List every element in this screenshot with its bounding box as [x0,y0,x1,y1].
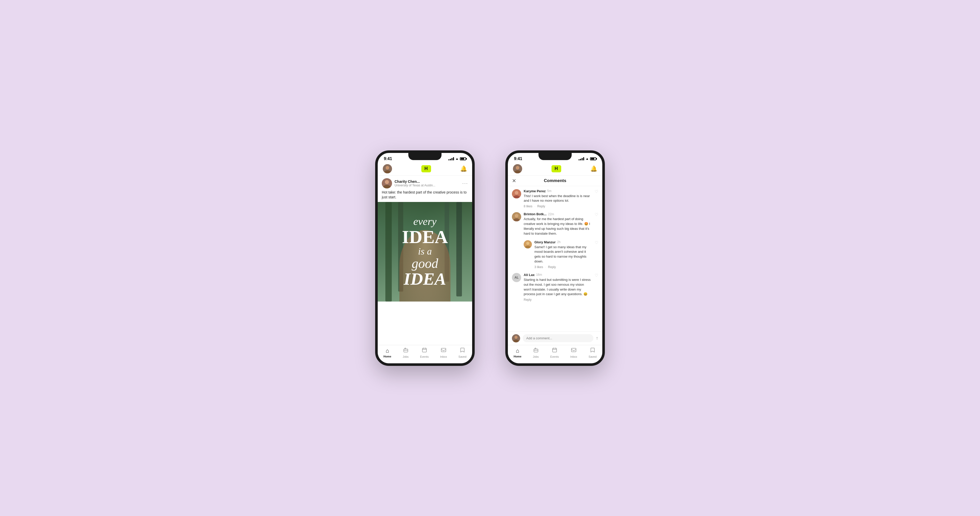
nav-events-1[interactable]: Events [420,347,429,358]
svg-rect-34 [571,348,576,352]
close-button[interactable]: ✕ [512,178,516,184]
comment-actions-karyme: 8 likes · Reply [524,204,592,208]
bottom-nav-1: ⌂ Home Jobs Events [378,345,472,363]
nav-saved-1[interactable]: Saved [458,347,466,358]
like-button-karyme[interactable]: ♡ [595,189,598,194]
wifi-icon: ▲ [455,157,458,161]
bottom-nav-2: ⌂ Home Jobs Events [508,345,602,363]
post-image-overlay: every IDEA is a good IDEA [378,202,472,301]
comment-text-brinton: Actually, for me the hardest part of doi… [524,217,592,236]
avatar-ali: AL [512,273,521,282]
svg-rect-28 [534,349,538,352]
comment-input-bar: ↑ [508,331,602,345]
saved-icon-2 [590,347,595,354]
nav-home-2[interactable]: ⌂ Home [514,347,522,358]
comment-body-glory: Glory Manzur 2h Same!! I get so many ide… [535,240,592,269]
user-avatar-input [512,334,520,342]
like-button-brinton[interactable]: ♡ [595,212,598,217]
overlay-line5: IDEA [404,270,446,287]
status-time-1: 9:41 [384,156,392,161]
svg-point-4 [385,180,389,184]
nav-jobs-2[interactable]: Jobs [533,347,539,358]
nav-events-label-1: Events [420,355,429,358]
comment-reply-glory[interactable]: Reply [548,265,556,269]
phone-1: 9:41 ▲ H 🔔 [375,150,475,366]
comment-actions-glory: 3 likes · Reply [535,265,592,269]
post-card: Charity Chen... University of Texas at A… [378,176,472,202]
comments-header: ✕ Comments [508,176,602,186]
signal-icon-2 [579,157,584,160]
author-avatar [382,178,392,188]
svg-rect-12 [441,348,446,352]
phone-2: 9:41 ▲ H 🔔 ✕ Comments [505,150,605,366]
like-button-ali[interactable]: ♡ [595,273,598,278]
logo-badge-1: H [422,165,431,172]
comment-item-ali: AL Ali Lax 16m Starting is hard but subm… [512,273,598,301]
bell-icon-1[interactable]: 🔔 [460,166,467,172]
jobs-icon-2 [533,347,539,354]
nav-inbox-1[interactable]: Inbox [440,347,447,358]
comment-meta-glory: Glory Manzur 2h [535,240,592,244]
bell-icon-2[interactable]: 🔔 [590,166,597,172]
commenter-name-karyme: Karyme Perez [524,189,546,193]
nav-inbox-label-2: Inbox [570,355,577,358]
comment-time-ali: 16m [536,273,542,277]
inbox-icon-1 [441,347,446,354]
nav-home-label-1: Home [383,355,391,358]
comment-reply-ali[interactable]: Reply [524,298,531,301]
author-info: Charity Chen... University of Texas at A… [395,180,435,187]
comment-meta-ali: Ali Lax 16m [524,273,592,277]
post-header: Charity Chen... University of Texas at A… [378,176,472,190]
signal-icon [449,157,454,160]
comments-list: Karyme Perez 5m This! I work best when t… [508,186,602,331]
nav-home-1[interactable]: ⌂ Home [383,347,391,358]
nav-home-label-2: Home [514,355,522,358]
comment-time-karyme: 5m [547,189,552,193]
notch [408,153,442,160]
nav-jobs-1[interactable]: Jobs [403,347,409,358]
comment-text-karyme: This! I work best when the deadline is i… [524,194,592,204]
avatar-brinton [512,212,521,221]
comments-title: Comments [544,178,566,183]
home-icon: ⌂ [386,347,389,354]
nav-saved-label-1: Saved [458,355,466,358]
post-image: every IDEA is a good IDEA [378,202,472,301]
nav-jobs-label-1: Jobs [403,355,409,358]
events-icon-1 [422,347,427,354]
nav-inbox-label-1: Inbox [440,355,447,358]
svg-point-14 [516,166,519,170]
comment-item-karyme: Karyme Perez 5m This! I work best when t… [512,189,598,208]
wifi-icon-2: ▲ [585,157,589,161]
nav-inbox-2[interactable]: Inbox [570,347,577,358]
comment-text-ali: Starting is hard but submitting is were … [524,277,592,297]
app-header-1: H 🔔 [378,162,472,176]
avatar-2[interactable] [513,164,522,174]
battery-icon-2 [590,157,596,160]
author-school: University of Texas at Austin... [395,183,435,187]
avatar-1[interactable] [383,164,392,174]
overlay-line3: is a [418,246,432,257]
more-options-button[interactable]: ··· [462,180,468,186]
comment-input-field[interactable] [523,334,593,342]
svg-point-20 [515,214,518,218]
nav-events-2[interactable]: Events [550,347,559,358]
comment-item-glory: Glory Manzur 2h Same!! I get so many ide… [524,240,598,269]
nav-events-label-2: Events [550,355,559,358]
comment-body-karyme: Karyme Perez 5m This! I work best when t… [524,189,592,208]
comment-meta-brinton: Brinton Botk... 22m [524,212,592,216]
avatar-karyme [512,189,521,198]
avatar-glory [524,240,532,248]
saved-icon-1 [460,347,465,354]
svg-point-17 [515,191,518,194]
comment-time-glory: 2h [557,240,560,244]
nav-saved-2[interactable]: Saved [589,347,597,358]
send-button[interactable]: ↑ [596,336,598,341]
like-button-glory[interactable]: ♡ [595,240,598,245]
svg-point-1 [386,166,389,170]
logo-badge-2: H [552,165,561,172]
comment-reply-karyme[interactable]: Reply [537,204,545,208]
overlay-line1: every [414,216,437,227]
comment-text-glory: Same!! I get so many ideas that my mood … [535,245,592,264]
status-time-2: 9:41 [514,156,522,161]
status-icons-2: ▲ [579,157,596,161]
